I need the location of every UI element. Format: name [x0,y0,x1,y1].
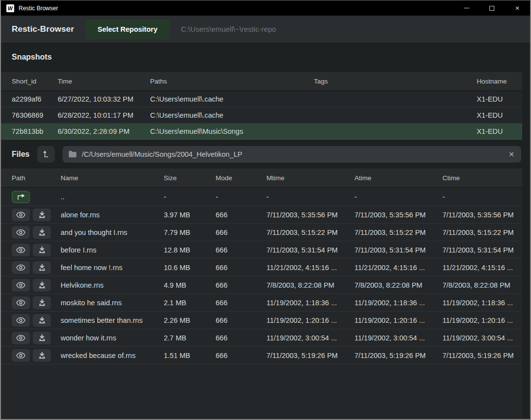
column-paths: Paths [150,78,314,85]
download-icon [38,299,46,306]
download-icon [38,352,46,359]
preview-file-button[interactable] [12,226,30,239]
go-up-button[interactable] [12,191,30,203]
snapshot-hostname: X1-EDU [477,95,522,103]
restore-file-button[interactable] [33,332,51,344]
snapshot-time: 6/27/2022, 10:03:32 PM [58,95,150,103]
file-atime: 11/19/2002, 3:00:54 ... [354,334,442,342]
snapshot-short-id: 72b813bb [12,127,58,135]
snapshot-time: 6/28/2022, 10:01:17 PM [58,111,150,119]
file-path-bar[interactable]: /C/Users/emuell/Music/Songs/2004_Helveti… [63,146,521,163]
file-name: alone for.rns [61,211,164,219]
file-atime: 7/11/2003, 5:35:56 PM [354,211,442,219]
download-icon [38,246,46,253]
file-row[interactable]: and you thought I.rns 7.79 MB 666 7/11/2… [1,224,522,241]
minimize-button[interactable] [454,0,479,16]
file-mtime: 7/8/2003, 8:22:08 PM [266,281,354,289]
repository-path-field[interactable]: C:\Users\emuell\~\restic-repo [181,25,276,33]
snapshot-row[interactable]: 72b813bb 6/30/2022, 2:28:09 PM C:\Users\… [1,124,522,140]
file-name: wrecked because of.rns [61,352,164,359]
file-size: 7.79 MB [164,229,216,236]
column-hostname: Hostname [477,78,522,85]
snapshot-row[interactable]: a2299af6 6/27/2022, 10:03:32 PM C:\Users… [1,91,522,107]
download-icon [38,316,46,324]
file-mtime: 7/11/2003, 5:31:54 PM [266,246,354,254]
file-atime: 11/21/2002, 4:15:16 ... [354,264,442,272]
parent-directory-row[interactable]: .. - - - - - [1,188,522,206]
column-name: Name [61,174,164,182]
file-row[interactable]: Helvikone.rns 4.9 MB 666 7/8/2003, 8:22:… [1,276,522,294]
file-atime: 7/11/2003, 5:31:54 PM [354,246,442,254]
preview-file-button[interactable] [12,332,30,344]
file-row[interactable]: before I.rns 12.8 MB 666 7/11/2003, 5:31… [1,241,522,259]
file-mode: 666 [216,211,266,219]
file-ctime: 7/11/2003, 5:31:54 PM [442,246,522,254]
minimize-icon [464,8,469,8]
snapshot-row[interactable]: 76306869 6/28/2022, 10:01:17 PM C:\Users… [1,107,522,124]
file-row[interactable]: sometimes better than.rns 2.26 MB 666 11… [1,312,522,329]
eye-icon [16,299,25,306]
file-ctime: 7/11/2003, 5:15:22 PM [442,229,522,236]
up-level-icon [42,150,50,159]
close-icon: ✕ [515,5,520,11]
file-mode: 666 [216,281,266,289]
restore-file-button[interactable] [33,244,51,256]
maximize-button[interactable] [479,0,505,16]
file-row[interactable]: wrecked because of.rns 1.51 MB 666 7/11/… [1,347,522,364]
file-row[interactable]: alone for.rns 3.97 MB 666 7/11/2003, 5:3… [1,206,522,224]
download-icon [38,211,46,218]
restore-file-button[interactable] [33,349,51,362]
file-ctime: 7/11/2003, 5:35:56 PM [442,211,522,219]
column-mtime: Mtime [266,174,354,182]
clear-path-button[interactable]: ✕ [508,151,515,158]
current-path: /C/Users/emuell/Music/Songs/2004_Helveti… [82,150,503,158]
file-row[interactable]: feel home now !.rns 10.6 MB 666 11/21/20… [1,259,522,276]
files-table-header: Path Name Size Mode Mtime Atime Ctime [1,168,522,188]
snapshot-hostname: X1-EDU [477,111,522,119]
window-title: Restic Browser [19,5,58,12]
file-mtime: 11/19/2002, 1:18:36 ... [266,299,354,307]
file-mode: 666 [216,352,266,359]
titlebar: W Restic Browser ✕ [1,0,530,16]
preview-file-button[interactable] [12,296,30,309]
restore-file-button[interactable] [33,314,51,327]
file-atime: 7/8/2003, 8:22:08 PM [354,281,442,289]
restore-file-button[interactable] [33,209,51,221]
file-size: 12.8 MB [164,246,216,254]
app-title: Restic-Browser [12,24,74,34]
window-controls: ✕ [454,0,530,16]
preview-file-button[interactable] [12,279,30,292]
restore-file-button[interactable] [33,279,51,292]
app-logo-icon: W [6,4,14,12]
restore-file-button[interactable] [33,261,51,274]
file-mtime: 11/19/2002, 3:00:54 ... [266,334,354,342]
close-button[interactable]: ✕ [505,0,530,16]
column-short-id: Short_id [12,78,58,85]
file-mode: 666 [216,334,266,342]
preview-file-button[interactable] [12,244,30,256]
preview-file-button[interactable] [12,349,30,362]
restore-file-button[interactable] [33,226,51,239]
eye-icon [16,247,25,253]
file-size: 3.97 MB [164,211,216,219]
snapshots-table-header: Short_id Time Paths Tags Hostname [1,72,522,91]
preview-file-button[interactable] [12,314,30,327]
eye-icon [16,317,25,324]
column-tags: Tags [314,78,477,85]
file-mode: 666 [216,264,266,272]
snapshot-short-id: 76306869 [12,111,58,119]
preview-file-button[interactable] [12,261,30,274]
select-repository-button[interactable]: Select Repository [85,19,171,40]
file-row[interactable]: wonder how it.rns 2.7 MB 666 11/19/2002,… [1,329,522,347]
up-level-button[interactable] [37,146,55,163]
preview-file-button[interactable] [12,209,30,221]
file-ctime: 11/19/2002, 1:18:36 ... [442,299,522,307]
file-ctime: 11/19/2002, 3:00:54 ... [442,334,522,342]
eye-icon [16,352,25,359]
file-mtime: 11/19/2002, 1:20:16 ... [266,316,354,324]
snapshot-hostname: X1-EDU [477,127,522,135]
snapshot-short-id: a2299af6 [12,95,58,103]
file-row[interactable]: moskito he said.rns 2.1 MB 666 11/19/200… [1,294,522,312]
app-header: Restic-Browser Select Repository C:\User… [1,16,530,42]
restore-file-button[interactable] [33,296,51,309]
